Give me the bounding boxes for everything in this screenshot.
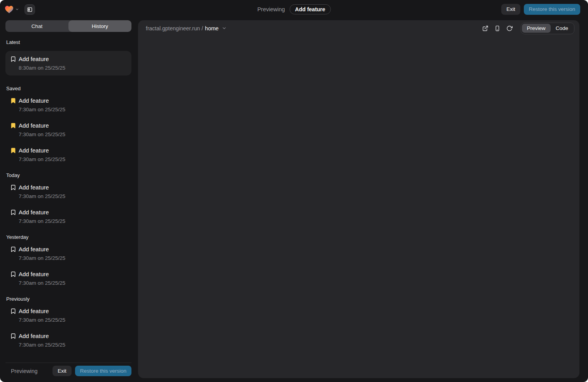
- section-title: Saved: [6, 86, 131, 91]
- preview-actions: Preview Code: [481, 23, 574, 34]
- lovable-heart-icon: [5, 5, 14, 14]
- sidebar-tab-bar: Chat History: [5, 20, 131, 32]
- history-item[interactable]: Add feature7:30am on 25/25/25: [5, 147, 131, 162]
- preview-header: fractal.gptengineer.run / home: [138, 20, 579, 36]
- topbar: Previewing Add feature Exit Restore this…: [0, 0, 588, 19]
- preview-panel: fractal.gptengineer.run / home: [138, 20, 579, 378]
- history-item[interactable]: Add feature7:30am on 25/25/25: [5, 271, 131, 286]
- open-in-new-tab-button[interactable]: [481, 24, 490, 33]
- history-item[interactable]: Add feature7:30am on 25/25/25: [5, 246, 131, 261]
- bookmark-filled-icon: [10, 147, 16, 154]
- section-title: Latest: [6, 39, 131, 45]
- section-title: Yesterday: [6, 234, 131, 240]
- history-item-title: Add feature: [19, 271, 65, 278]
- history-item[interactable]: Add feature7:30am on 25/25/25: [5, 308, 131, 323]
- history-item[interactable]: Add feature7:30am on 25/25/25: [5, 184, 131, 199]
- previewing-label: Previewing: [5, 368, 37, 374]
- chevron-down-icon: [15, 7, 19, 11]
- history-section: TodayAdd feature7:30am on 25/25/25Add fe…: [5, 172, 131, 224]
- sidebar-toggle-button[interactable]: [24, 4, 35, 15]
- chevron-down-icon: [222, 26, 227, 31]
- history-section: SavedAdd feature7:30am on 25/25/25Add fe…: [5, 86, 131, 162]
- version-badge: Add feature: [290, 4, 331, 14]
- history-item-title: Add feature: [19, 184, 65, 191]
- bookmark-icon: [10, 333, 16, 339]
- content-area: Chat History LatestAdd feature8:30am on …: [0, 19, 588, 382]
- url-page: home: [205, 25, 219, 32]
- bookmark-icon: [10, 56, 16, 62]
- previewing-label: Previewing: [257, 6, 285, 12]
- bookmark-icon: [10, 209, 16, 216]
- tab-preview[interactable]: Preview: [522, 24, 551, 33]
- mobile-view-button[interactable]: [493, 24, 502, 33]
- history-section: LatestAdd feature8:30am on 25/25/25: [5, 39, 131, 75]
- bookmark-filled-icon: [10, 98, 16, 104]
- history-item-timestamp: 7:30am on 25/25/25: [19, 342, 65, 348]
- history-item-title: Add feature: [19, 308, 65, 315]
- history-item[interactable]: Add feature7:30am on 25/25/25: [5, 122, 131, 137]
- history-item-timestamp: 7:30am on 25/25/25: [19, 107, 65, 112]
- history-item[interactable]: Add feature7:30am on 25/25/25: [5, 209, 131, 224]
- history-item-timestamp: 7:30am on 25/25/25: [19, 317, 65, 323]
- history-item-timestamp: 7:30am on 25/25/25: [19, 131, 65, 137]
- history-item-timestamp: 7:30am on 25/25/25: [19, 193, 65, 199]
- history-item[interactable]: Add feature7:30am on 25/25/25: [5, 333, 131, 348]
- history-item-title: Add feature: [19, 147, 65, 154]
- bookmark-icon: [10, 271, 16, 277]
- exit-button[interactable]: Exit: [501, 4, 520, 15]
- bookmark-icon: [10, 184, 16, 191]
- history-item-title: Add feature: [19, 246, 65, 253]
- history-item-title: Add feature: [19, 333, 65, 340]
- history-sidebar: Chat History LatestAdd feature8:30am on …: [5, 20, 131, 378]
- logo-menu-button[interactable]: [5, 5, 19, 14]
- previewing-status: Previewing Add feature: [257, 0, 331, 19]
- history-section: PreviouslyAdd feature7:30am on 25/25/25A…: [5, 296, 131, 348]
- history-item-title: Add feature: [19, 97, 65, 104]
- smartphone-icon: [494, 25, 500, 32]
- bookmark-icon: [10, 246, 16, 252]
- history-item-title: Add feature: [19, 209, 65, 216]
- view-mode-toggle: Preview Code: [521, 23, 574, 34]
- refresh-icon: [506, 25, 513, 32]
- tab-history[interactable]: History: [68, 20, 131, 32]
- tab-code[interactable]: Code: [551, 24, 573, 33]
- bookmark-icon: [10, 308, 16, 314]
- section-title: Today: [6, 172, 131, 178]
- history-list: LatestAdd feature8:30am on 25/25/25Saved…: [5, 32, 131, 363]
- external-link-icon: [482, 25, 488, 32]
- history-item-timestamp: 7:30am on 25/25/25: [19, 280, 65, 286]
- history-item-timestamp: 8:30am on 25/25/25: [19, 65, 65, 71]
- topbar-actions: Exit Restore this version: [501, 4, 580, 15]
- restore-version-button[interactable]: Restore this version: [75, 366, 131, 377]
- history-item-timestamp: 7:30am on 25/25/25: [19, 255, 65, 261]
- sidebar-footer: Previewing Exit Restore this version: [5, 363, 131, 378]
- exit-button[interactable]: Exit: [52, 366, 72, 377]
- history-item[interactable]: Add feature8:30am on 25/25/25: [5, 51, 131, 75]
- app-window: Previewing Add feature Exit Restore this…: [0, 0, 588, 382]
- bookmark-filled-icon: [10, 123, 16, 129]
- url-dropdown-button[interactable]: fractal.gptengineer.run / home: [146, 25, 227, 32]
- history-item-timestamp: 7:30am on 25/25/25: [19, 156, 65, 162]
- history-item-title: Add feature: [19, 122, 65, 129]
- tab-chat[interactable]: Chat: [5, 20, 68, 32]
- url-prefix: fractal.gptengineer.run /: [146, 25, 203, 32]
- preview-content: [138, 36, 579, 378]
- section-title: Previously: [6, 296, 131, 302]
- history-section: YesterdayAdd feature7:30am on 25/25/25Ad…: [5, 234, 131, 286]
- panel-left-icon: [27, 7, 33, 12]
- history-item[interactable]: Add feature7:30am on 25/25/25: [5, 97, 131, 112]
- refresh-button[interactable]: [505, 24, 514, 33]
- history-item-timestamp: 7:30am on 25/25/25: [19, 218, 65, 224]
- restore-version-button[interactable]: Restore this version: [524, 4, 580, 15]
- history-item-title: Add feature: [19, 56, 65, 63]
